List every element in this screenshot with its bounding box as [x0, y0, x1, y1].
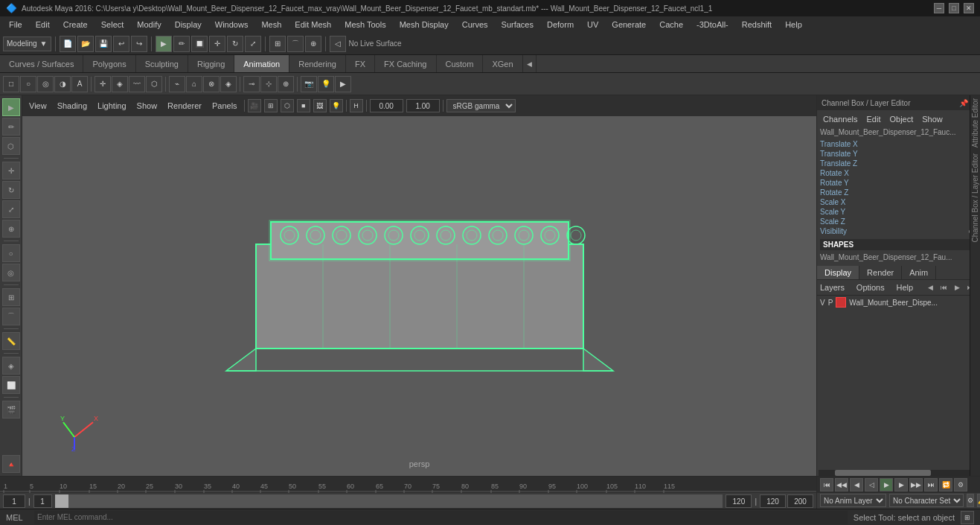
display-btn[interactable]: ⬜: [2, 376, 20, 394]
move2-btn[interactable]: ✛: [95, 76, 111, 92]
timeline-scrubber[interactable]: [55, 494, 723, 508]
insert-key-btn[interactable]: ◈: [112, 76, 128, 92]
layer-prev-btn[interactable]: ◀: [925, 281, 937, 293]
display-tab[interactable]: Display: [817, 266, 859, 279]
maximize-button[interactable]: □: [949, 3, 959, 13]
rotate-btn[interactable]: ↻: [227, 36, 243, 52]
menu-item-redshift[interactable]: Redshift: [736, 19, 778, 31]
vp-value1-input[interactable]: [370, 99, 403, 112]
script-editor-btn[interactable]: ⊞: [961, 511, 974, 524]
curve-tool-btn[interactable]: □: [3, 76, 19, 92]
help-menu[interactable]: Help: [897, 283, 914, 292]
viewport[interactable]: View Shading Lighting Show Renderer Pane…: [22, 95, 816, 476]
soft-mod-btn[interactable]: ○: [2, 244, 20, 262]
tab-curves-surfaces[interactable]: Curves / Surfaces: [0, 55, 83, 72]
render-tab[interactable]: Render: [859, 266, 902, 279]
gamma-select[interactable]: sRGB gamma: [446, 99, 516, 112]
menu-item-select[interactable]: Select: [95, 19, 130, 31]
playblast-btn[interactable]: ▶: [335, 76, 351, 92]
menu-item-deform[interactable]: Deform: [541, 19, 580, 31]
tab-collapse-btn[interactable]: ◀: [523, 55, 537, 72]
paint-btn[interactable]: ✏: [173, 36, 190, 52]
menu-item-edit-mesh[interactable]: Edit Mesh: [289, 19, 337, 31]
move-tool-btn[interactable]: ✛: [2, 162, 20, 179]
tab-fx[interactable]: FX: [346, 55, 375, 72]
render-btn[interactable]: 🎬: [2, 401, 20, 419]
layer-next-btn[interactable]: ▶: [952, 281, 964, 293]
vp-texture-btn[interactable]: 🖼: [313, 99, 327, 112]
menu-item-edit[interactable]: Edit: [30, 19, 56, 31]
prev-key-btn[interactable]: ◀◀: [835, 478, 848, 491]
paint-select-btn[interactable]: ✏: [2, 118, 20, 136]
menu-item-mesh-tools[interactable]: Mesh Tools: [339, 19, 391, 31]
vp-view-menu[interactable]: View: [25, 100, 51, 112]
vp-value2-input[interactable]: [406, 99, 440, 112]
out-frame-input[interactable]: [787, 494, 813, 508]
tab-sculpting[interactable]: Sculpting: [136, 55, 188, 72]
menu-item-uv[interactable]: UV: [581, 19, 604, 31]
right-panel-pin-btn[interactable]: 📌: [959, 99, 968, 107]
attr-strip-label[interactable]: Attribute Editor: [971, 98, 979, 147]
ep-curve-btn[interactable]: ○: [20, 76, 36, 92]
ghost-btn[interactable]: ⬡: [146, 76, 162, 92]
motion-trail-btn[interactable]: 〰: [129, 76, 145, 92]
inbetween-btn[interactable]: ◈: [220, 76, 237, 92]
menu-item-mesh[interactable]: Mesh: [255, 19, 287, 31]
frame-input[interactable]: [3, 494, 25, 508]
channel-strip-label[interactable]: Channel Box / Layer Editor: [971, 153, 979, 243]
layer-color-swatch[interactable]: [836, 297, 846, 308]
next-key-btn[interactable]: ▶▶: [909, 478, 923, 491]
vp-panels-menu[interactable]: Panels: [208, 100, 241, 112]
lasso-select-btn[interactable]: ⬡: [2, 137, 20, 155]
text-btn[interactable]: A: [71, 76, 88, 92]
snap-curve-side-btn[interactable]: ⌒: [2, 308, 20, 325]
tab-xgen[interactable]: XGen: [483, 55, 522, 72]
options-menu[interactable]: Options: [856, 283, 885, 292]
select-tool-btn[interactable]: ▶: [2, 98, 20, 116]
tab-rendering[interactable]: Rendering: [289, 55, 346, 72]
key-settings-btn[interactable]: ⚙: [967, 494, 974, 507]
show-menu[interactable]: Show: [919, 113, 946, 125]
show-manip-btn[interactable]: ◎: [2, 264, 20, 281]
layer-scroll-bar[interactable]: [819, 470, 979, 476]
loop-btn[interactable]: 🔁: [939, 478, 952, 491]
vp-show-menu[interactable]: Show: [133, 100, 161, 112]
object-menu[interactable]: Object: [886, 113, 916, 125]
goto-end-btn[interactable]: ⏭: [924, 478, 938, 491]
menu-item-file[interactable]: File: [3, 19, 28, 31]
edit-menu[interactable]: Edit: [863, 113, 883, 125]
scale-btn[interactable]: ⤢: [245, 36, 261, 52]
char-set-select[interactable]: No Character Set: [889, 494, 964, 507]
vp-wire-btn[interactable]: ⬡: [281, 99, 294, 112]
save-btn[interactable]: 💾: [95, 36, 112, 52]
light-btn[interactable]: 💡: [318, 76, 334, 92]
vp-solid-btn[interactable]: ■: [297, 99, 310, 112]
tab-custom[interactable]: Custom: [437, 55, 484, 72]
quick-render-btn[interactable]: 🔺: [2, 455, 20, 473]
vp-light-btn[interactable]: 💡: [330, 99, 343, 112]
snap-grid-btn[interactable]: ⊞: [269, 36, 286, 52]
play-fwd-btn[interactable]: ▶: [880, 478, 893, 491]
layer-first-btn[interactable]: ⏮: [938, 281, 950, 293]
key-selected-btn[interactable]: ⌂: [186, 76, 202, 92]
rotate-tool-btn[interactable]: ↻: [2, 181, 20, 199]
select-btn[interactable]: ▶: [156, 36, 172, 52]
measure-btn[interactable]: 📏: [2, 332, 20, 350]
tab-animation[interactable]: Animation: [234, 55, 289, 72]
autokey-btn[interactable]: 🔑: [977, 494, 980, 507]
vp-cam-btn[interactable]: 🎥: [248, 99, 261, 112]
workspace-dropdown[interactable]: Modeling ▼: [3, 36, 51, 51]
menu-item-display[interactable]: Display: [169, 19, 208, 31]
layers-menu[interactable]: Layers: [820, 283, 845, 292]
anim-tab[interactable]: Anim: [902, 266, 936, 279]
scroll-thumb[interactable]: [835, 470, 931, 476]
breakdown-btn[interactable]: ⊗: [203, 76, 220, 92]
channels-menu[interactable]: Channels: [820, 113, 860, 125]
vp-grid-btn[interactable]: ⊞: [264, 99, 278, 112]
current-time-input[interactable]: [760, 494, 786, 508]
mel-input[interactable]: [34, 511, 848, 524]
menu-item-curves[interactable]: Curves: [456, 19, 494, 31]
camera-btn[interactable]: 📷: [301, 76, 317, 92]
prev-frame-btn[interactable]: ◀: [850, 478, 863, 491]
key-all-btn[interactable]: ⌁: [169, 76, 185, 92]
